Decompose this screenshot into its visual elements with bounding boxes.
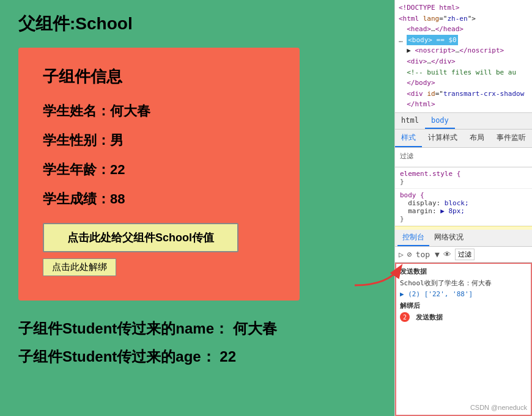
filter-section: 过滤 (395, 148, 532, 167)
student-gender-row: 学生性别：男 (43, 131, 275, 150)
html-line-2: <html lang="zh-en"> (399, 13, 528, 24)
breadcrumb-tabs: html body (395, 113, 532, 130)
style-selector-element: element.style { (400, 170, 527, 178)
html-line-7: <!-- built files will be au (399, 67, 528, 78)
tab-computed[interactable]: 计算样式 (422, 130, 464, 147)
tab-layout[interactable]: 布局 (464, 130, 490, 147)
filter-label: 过滤 (400, 151, 527, 161)
html-line-10: </html> (399, 99, 528, 110)
watermark: CSDN @neneduck (470, 404, 527, 411)
html-line-6: <div>…</div> (399, 56, 528, 67)
student-name-row: 学生姓名：何大春 (43, 102, 275, 120)
html-line-9: <div id="transmart-crx-shadow (399, 89, 528, 100)
name-value: 何大春 (110, 103, 150, 119)
clear-icon[interactable]: ⊘ (407, 250, 412, 259)
tab-console[interactable]: 控制台 (397, 230, 429, 246)
style-block-body: body { display: block; margin: ▶ 8px; } (395, 189, 532, 226)
name-label: 学生姓名： (43, 103, 110, 119)
score-label: 学生成绩： (43, 191, 110, 206)
console-line-3: ▶ (2) ['22', '88'] (400, 289, 527, 301)
right-panel: <!DOCTYPE html> <html lang="zh-en"> <hea… (394, 0, 532, 416)
top-selector[interactable]: top ▼ (416, 250, 440, 259)
console-line-2: School收到了学生名：何大春 (400, 278, 527, 290)
student-score-row: 学生成绩：88 (43, 190, 275, 208)
score-value: 88 (110, 191, 125, 206)
html-line-4: … <body> == $0 (399, 35, 528, 46)
age-value: 22 (110, 162, 125, 177)
tab-body[interactable]: body (425, 113, 455, 129)
arrow-indicator (352, 258, 407, 291)
console-line-1: 发送数据 (400, 266, 527, 278)
style-close-element: } (400, 178, 527, 186)
gender-value: 男 (110, 133, 124, 148)
console-tabs: 控制台 网络状况 (395, 230, 532, 247)
devtools-bottom: 控制台 网络状况 ▷ ⊘ top ▼ 👁 过滤 发送数据 School收到了学生… (395, 230, 532, 416)
style-prop-display: display: block; (400, 199, 527, 207)
style-prop-margin: margin: ▶ 8px; (400, 207, 527, 215)
eye-icon[interactable]: 👁 (443, 250, 451, 259)
left-panel: 父组件:School 子组件信息 学生姓名：何大春 学生性别：男 学生年龄：22… (0, 0, 394, 416)
tab-styles[interactable]: 样式 (395, 130, 422, 147)
style-tabs-row: 样式 计算样式 布局 事件监听 (395, 130, 532, 148)
console-line-5: 2 发送数据 (400, 312, 527, 324)
style-close-body: } (400, 215, 527, 223)
bottom-info: 子组件Student传过来的name： 何大春 子组件Student传过来的ag… (18, 319, 376, 367)
unbind-button[interactable]: 点击此处解绑 (43, 258, 116, 276)
received-name-row: 子组件Student传过来的name： 何大春 (18, 319, 376, 338)
age-label: 学生年龄： (43, 162, 110, 177)
error-badge: 2 (400, 312, 410, 322)
html-source-view: <!DOCTYPE html> <html lang="zh-en"> <hea… (395, 0, 532, 113)
gender-label: 学生性别： (43, 133, 110, 148)
parent-title: 父组件:School (18, 12, 376, 35)
console-toolbar: ▷ ⊘ top ▼ 👁 过滤 (395, 247, 532, 263)
html-line-5: ▶ <noscript>…</noscript> (399, 45, 528, 56)
tab-event-listeners[interactable]: 事件监听 (490, 130, 532, 147)
console-line-4: 解绑后 (400, 301, 527, 312)
html-line-1: <!DOCTYPE html> (399, 2, 528, 13)
style-selector-body: body { (400, 191, 527, 199)
html-line-3: <head>…</head> (399, 24, 528, 35)
tab-network[interactable]: 网络状况 (429, 230, 468, 246)
style-block-element: element.style { } (395, 167, 532, 189)
console-output: 发送数据 School收到了学生名：何大春 ▶ (2) ['22', '88']… (395, 263, 532, 416)
received-age-row: 子组件Student传过来的age： 22 (18, 347, 376, 367)
child-card-title: 子组件信息 (43, 66, 275, 87)
child-card: 子组件信息 学生姓名：何大春 学生性别：男 学生年龄：22 学生成绩：88 点击… (18, 48, 300, 301)
student-age-row: 学生年龄：22 (43, 161, 275, 179)
html-line-8: </body> (399, 78, 528, 89)
console-filter-input[interactable]: 过滤 (455, 249, 475, 260)
tab-html[interactable]: html (395, 113, 425, 129)
send-to-parent-button[interactable]: 点击此处给父组件School传值 (43, 223, 238, 252)
